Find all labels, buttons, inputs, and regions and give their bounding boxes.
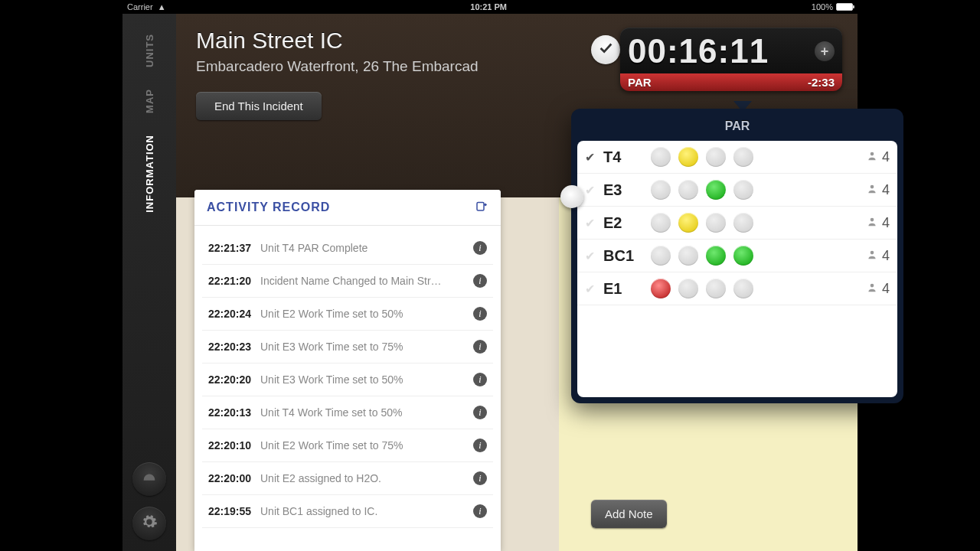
person-icon <box>867 182 877 198</box>
activity-row[interactable]: 22:20:24Unit E2 Work Time set to 50%i <box>202 298 493 331</box>
check-icon: ✔ <box>585 282 599 296</box>
carrier-label: Carrier <box>127 2 153 11</box>
unit-name: E3 <box>603 181 646 199</box>
timer-add-button[interactable]: + <box>815 41 835 61</box>
info-icon[interactable]: i <box>473 274 487 288</box>
gear-icon <box>141 514 158 533</box>
person-icon <box>867 281 877 297</box>
tab-information[interactable]: INFORMATION <box>144 124 155 223</box>
activity-row[interactable]: 22:20:20Unit E3 Work Time set to 50%i <box>202 364 493 396</box>
person-icon <box>867 149 877 165</box>
status-dot-gray[interactable] <box>651 213 671 233</box>
unit-name: BC1 <box>603 247 646 265</box>
person-icon <box>867 215 877 231</box>
activity-time: 22:21:37 <box>208 242 260 254</box>
check-icon: ✔ <box>585 249 599 263</box>
activity-row[interactable]: 22:21:37Unit T4 PAR Completei <box>202 232 493 265</box>
status-dot-gray[interactable] <box>733 180 753 200</box>
scroll-knob[interactable] <box>560 185 583 208</box>
unit-name: E2 <box>603 214 646 232</box>
battery-label: 100% <box>812 2 833 11</box>
end-incident-button[interactable]: End This Incident <box>196 92 322 120</box>
info-icon[interactable]: i <box>473 504 487 518</box>
unit-personnel-count: 4 <box>867 281 890 297</box>
check-icon: ✔ <box>585 183 599 197</box>
activity-row[interactable]: 22:20:23Unit E3 Work Time set to 75%i <box>202 331 493 364</box>
tab-map[interactable]: MAP <box>144 78 155 124</box>
par-row[interactable]: ✔T44 <box>577 141 897 174</box>
clock-label: 10:21 PM <box>166 2 812 11</box>
activity-text: Unit E2 assigned to H2O. <box>260 472 473 484</box>
status-dot-gray[interactable] <box>651 246 671 266</box>
info-icon[interactable]: i <box>473 307 487 321</box>
activity-row[interactable]: 22:19:55Unit BC1 assigned to IC.i <box>202 495 493 528</box>
info-icon[interactable]: i <box>473 373 487 386</box>
app-root: UNITS MAP INFORMATION Main Street IC Emb… <box>122 14 858 551</box>
activity-text: Unit E3 Work Time set to 50% <box>260 373 473 386</box>
info-icon[interactable]: i <box>473 241 487 255</box>
par-row[interactable]: ✔E34 <box>577 174 897 207</box>
activity-time: 22:20:10 <box>208 439 260 452</box>
status-dot-gray[interactable] <box>678 246 698 266</box>
helmet-button[interactable] <box>132 462 166 496</box>
par-row[interactable]: ✔E14 <box>577 272 897 305</box>
status-dot-gray[interactable] <box>706 213 726 233</box>
activity-row[interactable]: 22:20:00Unit E2 assigned to H2O.i <box>202 462 493 495</box>
par-popover: PAR ✔T44✔E34✔E24✔BC14✔E14 <box>571 109 903 403</box>
export-button[interactable] <box>475 199 488 216</box>
status-dot-gray[interactable] <box>678 279 698 298</box>
unit-personnel-count: 4 <box>867 149 890 165</box>
activity-row[interactable]: 22:21:20Incident Name Changed to Main St… <box>202 265 493 298</box>
add-note-button[interactable]: Add Note <box>591 500 667 528</box>
activity-text: Unit E2 Work Time set to 75% <box>260 439 473 452</box>
unit-personnel-count: 4 <box>867 248 890 264</box>
check-button[interactable] <box>591 35 620 64</box>
unit-personnel-count: 4 <box>867 215 890 231</box>
par-unit-list: ✔T44✔E34✔E24✔BC14✔E14 <box>577 141 897 397</box>
unit-name: T4 <box>603 148 646 166</box>
activity-time: 22:20:23 <box>208 341 260 353</box>
status-dot-red[interactable] <box>651 279 671 298</box>
activity-text: Unit T4 PAR Complete <box>260 242 473 254</box>
activity-time: 22:19:55 <box>208 505 260 517</box>
incident-timer: 00:16:11 <box>628 32 815 70</box>
status-dot-yellow[interactable] <box>678 213 698 233</box>
par-status-bar[interactable]: PAR -2:33 <box>620 73 842 91</box>
activity-time: 22:20:00 <box>208 472 260 484</box>
left-sidebar: UNITS MAP INFORMATION <box>122 14 176 551</box>
info-icon[interactable]: i <box>473 340 487 354</box>
activity-text: Incident Name Changed to Main Str… <box>260 275 473 287</box>
incident-timer-box: 00:16:11 + PAR -2:33 <box>620 28 842 91</box>
status-dot-gray[interactable] <box>733 213 753 233</box>
par-row[interactable]: ✔E24 <box>577 207 897 240</box>
status-dot-gray[interactable] <box>706 279 726 298</box>
par-label: PAR <box>628 76 652 89</box>
activity-row[interactable]: 22:20:10Unit E2 Work Time set to 75%i <box>202 429 493 462</box>
svg-point-4 <box>871 250 874 254</box>
status-dot-green[interactable] <box>733 246 753 266</box>
status-dot-gray[interactable] <box>733 147 753 167</box>
par-countdown: -2:33 <box>808 76 835 89</box>
info-icon[interactable]: i <box>473 439 487 452</box>
status-dot-yellow[interactable] <box>678 147 698 167</box>
activity-list[interactable]: 22:21:37Unit T4 PAR Completei22:21:20Inc… <box>194 226 501 534</box>
activity-row[interactable]: 22:20:13Unit T4 Work Time set to 50%i <box>202 396 493 429</box>
info-icon[interactable]: i <box>473 471 487 485</box>
status-dot-green[interactable] <box>706 246 726 266</box>
status-dot-gray[interactable] <box>651 147 671 167</box>
status-dot-gray[interactable] <box>651 180 671 200</box>
svg-point-3 <box>871 217 874 221</box>
status-dot-gray[interactable] <box>733 279 753 298</box>
settings-button[interactable] <box>132 507 166 540</box>
tab-units[interactable]: UNITS <box>144 23 155 78</box>
status-dot-gray[interactable] <box>678 180 698 200</box>
wifi-icon: ▲ <box>158 2 166 11</box>
status-dot-gray[interactable] <box>706 147 726 167</box>
main-area: Main Street IC Embarcadero Waterfront, 2… <box>176 14 858 551</box>
status-dot-green[interactable] <box>706 180 726 200</box>
activity-text: Unit E3 Work Time set to 75% <box>260 341 473 353</box>
info-icon[interactable]: i <box>473 406 487 419</box>
par-popover-title: PAR <box>577 115 897 141</box>
svg-rect-0 <box>477 203 484 211</box>
par-row[interactable]: ✔BC14 <box>577 240 897 272</box>
